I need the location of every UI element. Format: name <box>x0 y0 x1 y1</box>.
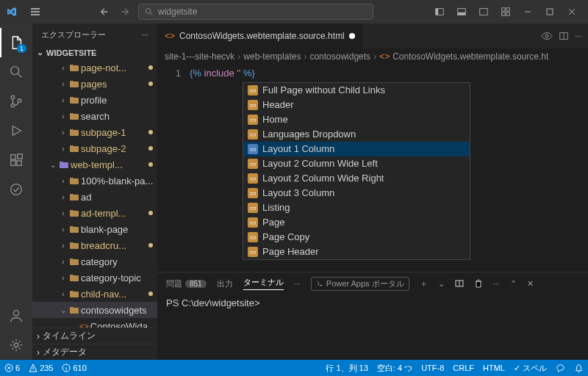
tree-item[interactable]: <>ContosoWida <box>32 318 157 328</box>
editor-tab[interactable]: <> ContosoWidgets.webtemplate.source.htm… <box>157 24 362 48</box>
status-line-col[interactable]: 行 1、列 13 <box>321 360 372 376</box>
panel-tab-problems[interactable]: 問題851 <box>166 278 207 289</box>
new-terminal-button[interactable]: ＋ <box>420 278 428 289</box>
tree-item-label: web-templ... <box>71 159 123 170</box>
suggestion-item[interactable]: ▭Full Page without Child Links <box>243 83 470 98</box>
status-bell-icon[interactable] <box>570 360 588 376</box>
window-close-button[interactable] <box>562 1 582 22</box>
preview-icon[interactable] <box>541 30 553 42</box>
suggestion-item[interactable]: ▭Page Copy <box>243 230 470 245</box>
activity-run-debug[interactable] <box>0 116 32 145</box>
tree-item[interactable]: ›breadcru... <box>32 237 157 253</box>
breadcrumb-item[interactable]: contosowidgets <box>309 51 370 62</box>
terminal-profile-dropdown[interactable]: Power Apps ポータル <box>311 277 409 291</box>
activity-explorer[interactable]: 1 <box>0 28 32 57</box>
suggestion-item[interactable]: ▭Listing <box>243 200 470 215</box>
status-eol[interactable]: CRLF <box>448 360 478 376</box>
layout-sidebar-right-icon[interactable] <box>473 1 494 22</box>
chevron-right-icon: › <box>37 347 40 358</box>
activity-settings[interactable] <box>0 330 32 360</box>
tree-item[interactable]: ›subpage-2 <box>32 140 157 156</box>
chevron-icon: › <box>59 193 68 201</box>
split-editor-icon[interactable] <box>559 31 569 41</box>
activity-account[interactable] <box>0 301 32 330</box>
breadcrumb-item[interactable]: web-templates <box>243 51 301 62</box>
folder-icon <box>69 272 79 283</box>
panel-more-icon[interactable]: ··· <box>493 279 500 288</box>
metadata-label: メタデータ <box>43 346 87 358</box>
terminal-body[interactable]: PS C:\dev\widgetsite> <box>157 294 588 360</box>
tree-item[interactable]: ›100%-blank-pa... <box>32 173 157 189</box>
sidebar-more-icon[interactable]: ··· <box>142 30 148 39</box>
tree-item[interactable]: ⌄web-templ... <box>32 156 157 173</box>
suggestion-item[interactable]: ▭Page <box>243 215 470 230</box>
panel-tab-terminal[interactable]: ターミナル <box>243 277 284 290</box>
terminal-dropdown-icon[interactable]: ⌄ <box>438 279 445 289</box>
file-tree[interactable]: ›page-not...›pages›profile›search›subpag… <box>32 59 157 328</box>
folder-icon <box>69 224 79 234</box>
activity-extensions[interactable] <box>0 145 32 175</box>
status-warnings[interactable]: 235 <box>24 360 57 376</box>
kill-terminal-icon[interactable] <box>474 279 483 288</box>
split-terminal-icon[interactable] <box>455 279 464 288</box>
window-minimize-button[interactable] <box>517 1 538 22</box>
tree-item[interactable]: ›subpage-1 <box>32 124 157 140</box>
layout-sidebar-left-icon[interactable] <box>429 1 450 22</box>
sidebar-metadata-section[interactable]: ›メタデータ <box>32 344 157 360</box>
svg-rect-7 <box>506 8 509 11</box>
suggestion-item[interactable]: ▭Layout 3 Column <box>243 186 470 200</box>
snippet-icon: ▭ <box>248 159 258 169</box>
tree-item[interactable]: ›ad <box>32 189 157 205</box>
suggestion-item[interactable]: ▭Layout 1 Column <box>243 142 470 156</box>
tree-item[interactable]: ›ad-templ... <box>32 205 157 221</box>
status-spell[interactable]: ✓ スペル <box>509 360 551 376</box>
suggestion-item[interactable]: ▭Layout 2 Column Wide Right <box>243 171 470 186</box>
status-language[interactable]: HTML <box>478 360 509 376</box>
status-feedback-icon[interactable] <box>551 360 570 376</box>
tree-item[interactable]: ›search <box>32 108 157 124</box>
panel-tab-output[interactable]: 出力 <box>217 278 233 289</box>
breadcrumbs[interactable]: site-1---site-hecvk›web-templates›contos… <box>157 48 588 65</box>
status-encoding[interactable]: UTF-8 <box>417 360 448 376</box>
search-placeholder: widgetsite <box>158 7 197 17</box>
tree-item[interactable]: ›page-not... <box>32 59 157 76</box>
breadcrumb-item[interactable]: site-1---site-hecvk <box>165 51 234 62</box>
sidebar-timeline-section[interactable]: ›タイムライン <box>32 328 157 344</box>
suggestion-item[interactable]: ▭Page Header <box>243 245 470 259</box>
tree-item[interactable]: ›pages <box>32 76 157 92</box>
status-errors[interactable]: 6 <box>0 360 24 376</box>
editor-area[interactable]: 1 {% include '' %} ▭Full Page without Ch… <box>157 65 588 272</box>
nav-forward-button[interactable] <box>118 4 132 19</box>
tree-item[interactable]: ›profile <box>32 92 157 108</box>
status-spaces[interactable]: 空白: 4 つ <box>373 360 417 376</box>
workspace-section-header[interactable]: ⌄ WIDGETSITE <box>32 46 157 59</box>
panel-overflow-icon[interactable]: ··· <box>294 279 301 288</box>
customize-layout-icon[interactable] <box>495 1 516 22</box>
suggestion-widget[interactable]: ▭Full Page without Child Links▭Header▭Ho… <box>243 82 470 260</box>
tree-item[interactable]: ›child-nav... <box>32 286 157 302</box>
tree-item[interactable]: ⌄contosowidgets <box>32 302 157 318</box>
maximize-panel-icon[interactable]: ⌃ <box>510 279 517 289</box>
svg-rect-29 <box>70 113 74 115</box>
tree-item[interactable]: ›category <box>32 253 157 270</box>
nav-back-button[interactable] <box>97 4 112 19</box>
breadcrumb-item[interactable]: ContosoWidgets.webtemplate.source.ht <box>392 51 548 62</box>
suggestion-item[interactable]: ▭Home <box>243 112 470 127</box>
editor-more-icon[interactable]: ··· <box>575 31 582 41</box>
svg-rect-10 <box>547 9 553 15</box>
command-center-search[interactable]: widgetsite <box>138 4 373 20</box>
activity-search[interactable] <box>0 57 32 87</box>
suggestion-item[interactable]: ▭Languages Dropdown <box>243 127 470 142</box>
close-panel-icon[interactable]: ✕ <box>527 279 534 289</box>
activity-testing[interactable] <box>0 175 32 204</box>
hamburger-menu-icon[interactable] <box>29 6 41 18</box>
tree-item[interactable]: ›category-topic <box>32 270 157 286</box>
status-info[interactable]: 610 <box>57 360 90 376</box>
activity-source-control[interactable] <box>0 87 32 116</box>
window-maximize-button[interactable] <box>539 1 560 22</box>
layout-panel-icon[interactable] <box>451 1 472 22</box>
code-content[interactable]: {% include '' %} ▭Full Page without Chil… <box>190 65 588 272</box>
suggestion-item[interactable]: ▭Layout 2 Column Wide Left <box>243 156 470 171</box>
suggestion-item[interactable]: ▭Header <box>243 98 470 112</box>
tree-item[interactable]: ›blank-page <box>32 221 157 237</box>
